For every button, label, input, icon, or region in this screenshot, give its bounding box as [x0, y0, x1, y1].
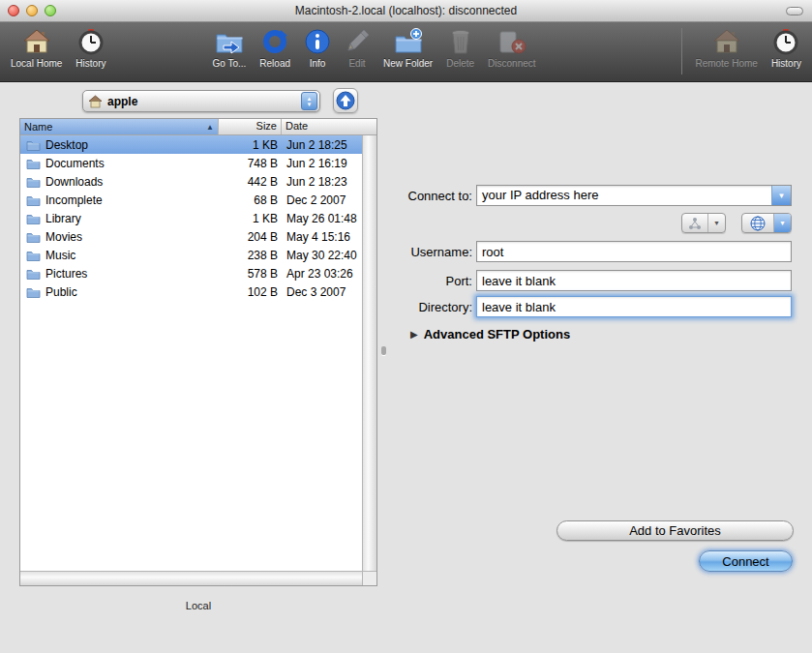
table-row[interactable]: Documents 748 B Jun 2 16:19: [20, 154, 362, 172]
delete-button[interactable]: Delete: [439, 26, 481, 69]
toolbar-label: Go To...: [212, 58, 246, 69]
edit-button[interactable]: Edit: [338, 26, 376, 69]
close-button[interactable]: [8, 5, 19, 16]
column-header-size[interactable]: Size: [219, 119, 282, 134]
up-arrow-icon: [336, 91, 355, 110]
zoom-button[interactable]: [45, 5, 56, 16]
browse-picker-control: ▼: [741, 213, 792, 233]
folder-icon: [26, 176, 41, 188]
connect-to-label: Connect to:: [358, 189, 472, 203]
toolbar-label: Edit: [348, 58, 365, 69]
globe-icon[interactable]: [742, 214, 774, 232]
scrollbar-corner: [362, 571, 376, 585]
column-header-name[interactable]: Name ▲: [20, 119, 219, 134]
add-to-favorites-button[interactable]: Add to Favorites: [556, 520, 794, 541]
clock-icon: [772, 26, 799, 57]
folder-go-icon: [215, 26, 244, 57]
table-row[interactable]: Music 238 B May 30 22:40: [20, 246, 362, 264]
bonjour-icon[interactable]: [682, 214, 708, 232]
toolbar-label: History: [771, 58, 801, 69]
toolbar-label: Info: [310, 58, 326, 69]
info-button[interactable]: Info: [297, 26, 338, 69]
folder-icon: [26, 213, 41, 224]
toolbar-label: Reload: [259, 58, 290, 69]
folder-icon: [26, 231, 41, 243]
sort-ascending-icon: ▲: [206, 123, 214, 132]
pencil-icon: [345, 26, 370, 57]
pane-footer-label: Local: [19, 600, 377, 611]
folder-icon: [26, 139, 41, 151]
table-row[interactable]: Desktop 1 KB Jun 2 18:25: [20, 135, 362, 154]
remote-history-button[interactable]: History: [765, 26, 808, 69]
table-row[interactable]: Downloads 442 B Jun 2 18:23: [20, 172, 362, 191]
connect-button[interactable]: Connect: [699, 550, 793, 572]
folder-icon: [26, 250, 41, 261]
folder-icon: [26, 194, 41, 206]
up-directory-button[interactable]: [333, 88, 358, 113]
table-row[interactable]: Pictures 578 B Apr 23 03:26: [20, 264, 362, 282]
minimize-button[interactable]: [26, 5, 38, 16]
folder-icon: [26, 158, 41, 169]
table-row[interactable]: Incomplete 68 B Dec 2 2007: [20, 191, 362, 209]
username-field[interactable]: [476, 241, 792, 262]
connect-to-combobox[interactable]: your IP address here ▼: [476, 185, 792, 206]
toolbar-label: Local Home: [11, 58, 62, 69]
go-to-button[interactable]: Go To...: [205, 26, 253, 69]
table-header-row: Name ▲ Size Date: [20, 119, 376, 135]
folder-icon: [26, 286, 41, 298]
directory-field[interactable]: [476, 296, 792, 317]
info-icon: [304, 26, 331, 57]
disconnect-icon: [497, 26, 526, 57]
main-content: apple ▲▼ Name ▲ Size Date Desktop: [0, 83, 812, 653]
advanced-sftp-label: Advanced SFTP Options: [424, 327, 570, 341]
toolbar: Local Home History Go To... Reload: [0, 22, 812, 82]
file-browser-table: Name ▲ Size Date Desktop 1 KB Jun 2 18:2…: [19, 118, 377, 586]
app-window: Macintosh-2.local (localhost): disconnec…: [0, 0, 812, 653]
folder-icon: [26, 268, 41, 280]
house-icon: [712, 26, 741, 57]
remote-home-button[interactable]: Remote Home: [688, 26, 764, 69]
local-home-button[interactable]: Local Home: [4, 26, 69, 69]
horizontal-scrollbar[interactable]: [20, 571, 362, 585]
toolbar-divider: [681, 28, 682, 74]
username-label: Username:: [358, 245, 472, 259]
pane-splitter-handle[interactable]: [381, 346, 386, 355]
window-title: Macintosh-2.local (localhost): disconnec…: [0, 4, 812, 17]
port-label: Port:: [358, 274, 472, 288]
connect-to-value[interactable]: your IP address here: [477, 186, 771, 205]
location-popup[interactable]: apple ▲▼: [82, 90, 320, 112]
toolbar-label: Delete: [446, 58, 474, 69]
port-field[interactable]: [476, 270, 792, 291]
new-folder-button[interactable]: New Folder: [376, 26, 439, 69]
network-picker-control: ▼: [681, 213, 726, 233]
table-row[interactable]: Movies 204 B May 4 15:16: [20, 227, 362, 246]
house-icon: [22, 26, 51, 57]
directory-label: Directory:: [358, 300, 472, 314]
advanced-sftp-disclosure[interactable]: ▶ Advanced SFTP Options: [410, 327, 570, 341]
toolbar-label: Remote Home: [695, 58, 757, 69]
toolbar-label: Disconnect: [488, 58, 535, 69]
popup-arrows-icon: ▲▼: [301, 92, 317, 110]
folder-plus-icon: [394, 26, 423, 57]
title-bar: Macintosh-2.local (localhost): disconnec…: [0, 0, 812, 22]
table-row[interactable]: Public 102 B Dec 3 2007: [20, 282, 362, 301]
network-dropdown-button[interactable]: ▼: [708, 214, 725, 232]
combo-dropdown-button[interactable]: ▼: [771, 186, 791, 205]
toolbar-toggle-button[interactable]: [786, 7, 803, 15]
reload-button[interactable]: Reload: [253, 26, 297, 69]
clock-icon: [77, 26, 105, 57]
reload-icon: [261, 26, 288, 57]
trash-icon: [450, 26, 471, 57]
table-body: Desktop 1 KB Jun 2 18:25 Documents 748 B…: [20, 135, 362, 571]
table-row[interactable]: Library 1 KB May 26 01:48: [20, 209, 362, 227]
local-history-button[interactable]: History: [69, 26, 112, 69]
toolbar-label: New Folder: [383, 58, 433, 69]
location-popup-value: apple: [107, 95, 301, 108]
browse-dropdown-button[interactable]: ▼: [774, 214, 791, 232]
disconnect-button[interactable]: Disconnect: [481, 26, 542, 69]
home-folder-icon: [88, 95, 103, 108]
column-header-date[interactable]: Date: [282, 119, 376, 134]
toolbar-label: History: [75, 58, 105, 69]
disclosure-triangle-icon: ▶: [410, 329, 418, 340]
